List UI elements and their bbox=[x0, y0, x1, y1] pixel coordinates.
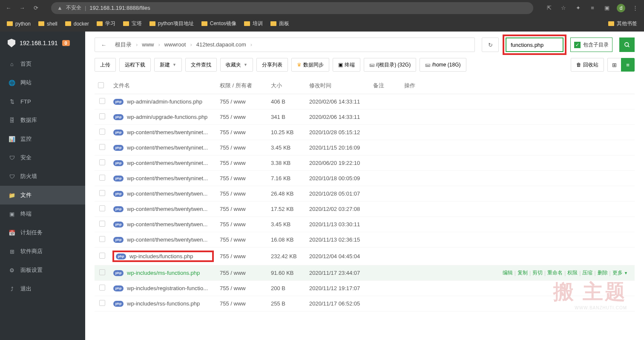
menu-icon[interactable]: ⋮ bbox=[630, 5, 640, 11]
table-row[interactable]: phpwp-content/themes/twentytwen...755 / … bbox=[95, 202, 635, 217]
bookmark-item[interactable]: python项目地址 bbox=[150, 20, 194, 27]
file-name[interactable]: wp-includes/rss-functions.php bbox=[127, 300, 200, 307]
refresh-button[interactable]: ↻ bbox=[482, 37, 499, 52]
breadcrumb-item[interactable]: 412test.dapaoit.com bbox=[192, 41, 250, 48]
bookmark-item[interactable]: 培训 bbox=[244, 20, 263, 27]
action-3[interactable]: 重命名 bbox=[547, 269, 563, 277]
remote-download-button[interactable]: 远程下载 bbox=[119, 58, 151, 72]
panel-icon[interactable]: ▣ bbox=[602, 5, 612, 11]
reading-list-icon[interactable]: ≡ bbox=[588, 5, 597, 11]
table-row[interactable]: phpwp-content/themes/twentyninet...755 /… bbox=[95, 171, 635, 186]
action-2[interactable]: 剪切 bbox=[532, 269, 543, 277]
row-checkbox[interactable] bbox=[99, 269, 105, 275]
row-checkbox[interactable] bbox=[99, 159, 105, 165]
sidebar-item-logout[interactable]: ⤴退出 bbox=[0, 279, 85, 298]
bookmark-item[interactable]: 学习 bbox=[97, 20, 115, 27]
table-row[interactable]: phpwp-content/themes/twentyninet...755 /… bbox=[95, 140, 635, 156]
notification-badge[interactable]: 0 bbox=[62, 40, 70, 46]
header-date[interactable]: 修改时间 bbox=[306, 78, 370, 94]
file-permission[interactable]: 755 / www bbox=[216, 265, 267, 281]
file-permission[interactable]: 755 / www bbox=[216, 186, 267, 202]
bookmark-item[interactable]: 面板 bbox=[270, 20, 289, 27]
search-input[interactable] bbox=[506, 37, 564, 52]
file-name[interactable]: wp-includes/registration-functio... bbox=[127, 285, 208, 291]
search-button[interactable] bbox=[619, 37, 635, 52]
table-row[interactable]: phpwp-includes/rss-functions.php755 / ww… bbox=[95, 296, 635, 311]
sidebar-item-firewall[interactable]: 🛡防火墙 bbox=[0, 167, 85, 186]
row-checkbox[interactable] bbox=[99, 221, 105, 227]
file-permission[interactable]: 755 / www bbox=[216, 140, 267, 156]
sidebar-item-settings[interactable]: ⚙面板设置 bbox=[0, 261, 85, 279]
breadcrumb-back-button[interactable]: ← bbox=[97, 42, 111, 48]
address-bar[interactable]: ▲ 不安全 | 192.168.1.191:8888/files bbox=[51, 2, 533, 14]
file-permission[interactable]: 755 / www bbox=[216, 296, 267, 311]
sidebar-item-db[interactable]: 🗄数据库 bbox=[0, 111, 85, 130]
breadcrumb-item[interactable]: www bbox=[138, 41, 158, 48]
row-checkbox[interactable] bbox=[99, 144, 105, 150]
table-row[interactable]: phpwp-content/themes/twentytwen...755 / … bbox=[95, 186, 635, 202]
action-4[interactable]: 权限 bbox=[567, 269, 578, 277]
row-checkbox[interactable] bbox=[99, 300, 105, 306]
bookmark-item[interactable]: shell bbox=[38, 21, 58, 27]
table-row[interactable]: phpwp-admin/upgrade-functions.php755 / w… bbox=[95, 109, 635, 125]
sidebar-item-shield[interactable]: 🛡安全 bbox=[0, 148, 85, 167]
file-name[interactable]: wp-content/themes/twentyninet... bbox=[127, 144, 208, 151]
file-name[interactable]: wp-content/themes/twentytwen... bbox=[127, 221, 207, 228]
grid-view-button[interactable]: ⊞ bbox=[607, 58, 621, 72]
file-permission[interactable]: 755 / www bbox=[216, 125, 267, 140]
row-checkbox[interactable] bbox=[99, 190, 105, 196]
breadcrumb-item[interactable]: wwwroot bbox=[160, 41, 190, 48]
file-name[interactable]: wp-admin/admin-functions.php bbox=[127, 98, 202, 105]
terminal-button[interactable]: ▣ 终端 bbox=[333, 58, 360, 72]
table-row[interactable]: phpwp-includes/ms-functions.php755 / www… bbox=[95, 265, 635, 281]
sidebar-item-monitor[interactable]: 📊监控 bbox=[0, 130, 85, 148]
table-row[interactable]: phpwp-content/themes/twentytwen...755 / … bbox=[95, 217, 635, 232]
share-icon[interactable]: ⇱ bbox=[544, 5, 554, 11]
row-checkbox[interactable] bbox=[99, 129, 105, 135]
file-name[interactable]: wp-content/themes/twentytwen... bbox=[127, 236, 207, 243]
header-permission[interactable]: 权限 / 所有者 bbox=[216, 78, 267, 94]
table-row[interactable]: phpwp-includes/functions.php755 / www232… bbox=[95, 248, 635, 265]
action-7[interactable]: 更多 ▼ bbox=[612, 269, 628, 277]
file-name[interactable]: wp-content/themes/twentyninet... bbox=[127, 129, 208, 135]
file-search-button[interactable]: 文件查找 bbox=[185, 58, 217, 72]
file-permission[interactable]: 755 / www bbox=[216, 171, 267, 186]
sidebar-item-cron[interactable]: 📅计划任务 bbox=[0, 223, 85, 242]
sidebar-item-store[interactable]: ⊞软件商店 bbox=[0, 242, 85, 261]
browser-back-button[interactable]: ← bbox=[4, 4, 13, 12]
file-permission[interactable]: 755 / www bbox=[216, 156, 267, 171]
file-permission[interactable]: 755 / www bbox=[216, 217, 267, 232]
row-checkbox[interactable] bbox=[99, 205, 105, 211]
recycle-bin-button[interactable]: 🗑 回收站 bbox=[571, 58, 604, 72]
row-checkbox[interactable] bbox=[99, 98, 105, 104]
file-name[interactable]: wp-includes/ms-functions.php bbox=[127, 270, 200, 276]
browser-reload-button[interactable]: ⟳ bbox=[32, 4, 40, 12]
sidebar-item-ftp[interactable]: ⇅FTP bbox=[0, 92, 85, 111]
bookmark-item[interactable]: docker bbox=[65, 21, 89, 27]
table-row[interactable]: phpwp-content/themes/twentyninet...755 /… bbox=[95, 125, 635, 140]
row-checkbox[interactable] bbox=[99, 236, 105, 242]
share-list-button[interactable]: 分享列表 bbox=[256, 58, 288, 72]
select-all-checkbox[interactable] bbox=[98, 82, 104, 88]
bookmark-item[interactable]: 宝塔 bbox=[123, 20, 142, 27]
file-permission[interactable]: 755 / www bbox=[216, 94, 267, 109]
star-icon[interactable]: ☆ bbox=[559, 5, 568, 11]
upload-button[interactable]: 上传 bbox=[95, 58, 116, 72]
table-row[interactable]: phpwp-content/themes/twentytwen...755 / … bbox=[95, 232, 635, 248]
file-name[interactable]: wp-includes/functions.php bbox=[129, 253, 193, 259]
table-row[interactable]: phpwp-admin/admin-functions.php755 / www… bbox=[95, 94, 635, 109]
header-filename[interactable]: 文件名 bbox=[110, 78, 216, 94]
table-row[interactable]: phpwp-content/themes/twentyninet...755 /… bbox=[95, 156, 635, 171]
new-button[interactable]: 新建▼ bbox=[154, 58, 182, 72]
breadcrumb-item[interactable]: 根目录 bbox=[111, 41, 136, 48]
file-permission[interactable]: 755 / www bbox=[216, 281, 267, 296]
sidebar-item-home[interactable]: ⌂首页 bbox=[0, 55, 85, 73]
action-1[interactable]: 复制 bbox=[518, 269, 528, 277]
bookmark-item[interactable]: Centos镜像 bbox=[201, 20, 236, 27]
profile-avatar[interactable]: d bbox=[617, 4, 625, 12]
browser-forward-button[interactable]: → bbox=[18, 4, 26, 12]
action-6[interactable]: 删除 bbox=[598, 269, 608, 277]
row-checkbox[interactable] bbox=[99, 253, 105, 259]
row-checkbox[interactable] bbox=[99, 285, 105, 291]
include-subdir-checkbox[interactable]: ✓ 包含子目录 bbox=[570, 37, 612, 52]
